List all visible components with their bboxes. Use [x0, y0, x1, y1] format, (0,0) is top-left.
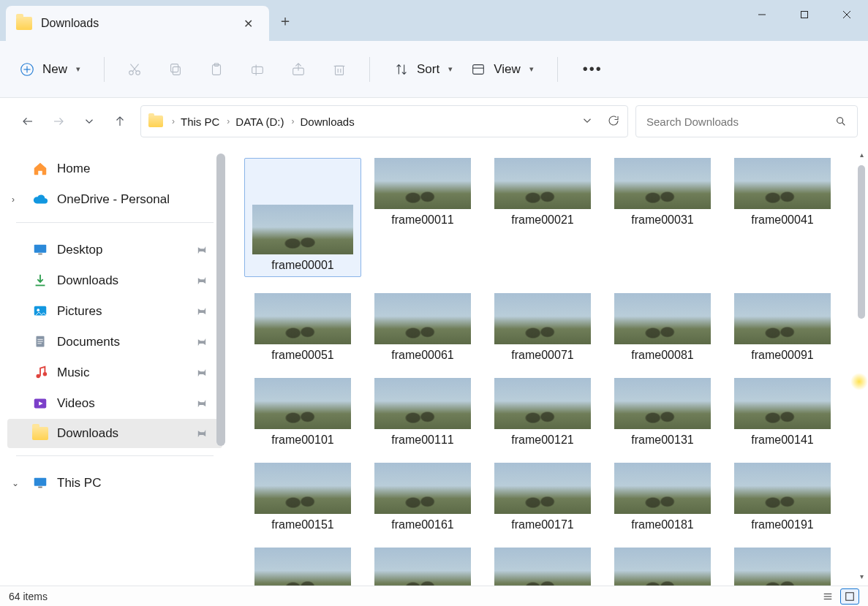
recent-locations-button[interactable]	[80, 113, 98, 130]
cloud-icon	[32, 192, 48, 208]
breadcrumb-item[interactable]: DATA (D:)›	[235, 115, 294, 128]
file-name-label: frame00141	[724, 433, 841, 447]
file-item[interactable]: frame00221	[484, 548, 601, 586]
sidebar-item-label: Music	[57, 366, 89, 380]
file-item[interactable]: frame00191	[724, 463, 841, 531]
toolbar: New ▾ Sort ▾ View ▾ •••	[0, 41, 868, 98]
view-button[interactable]: View ▾	[464, 57, 540, 82]
file-item[interactable]: frame00201	[244, 548, 361, 586]
thumbnail	[494, 463, 591, 514]
file-item[interactable]: frame00181	[604, 463, 721, 531]
sidebar-item-downloads[interactable]: Downloads	[7, 265, 222, 296]
file-list[interactable]: frame00001frame00011frame00021frame00031…	[227, 145, 868, 586]
sidebar-item-desktop[interactable]: Desktop	[7, 235, 222, 265]
file-name-label: frame00111	[364, 433, 481, 447]
file-item[interactable]: frame00141	[724, 378, 841, 447]
sidebar-item-label: Videos	[57, 396, 95, 411]
minimize-button[interactable]	[741, 0, 783, 29]
sidebar-item-documents[interactable]: Documents	[7, 327, 222, 357]
file-item[interactable]: frame00211	[364, 548, 481, 586]
share-button[interactable]	[286, 57, 311, 82]
search-box[interactable]	[635, 105, 858, 137]
breadcrumb-item[interactable]: Downloads	[300, 115, 354, 128]
sidebar-scrollbar[interactable]	[216, 154, 225, 446]
copy-button[interactable]	[163, 57, 188, 82]
new-button-label: New	[42, 62, 67, 77]
details-view-button[interactable]	[818, 588, 837, 605]
music-icon	[32, 365, 48, 381]
cut-button[interactable]	[122, 57, 147, 82]
desktop-icon	[32, 242, 48, 258]
breadcrumb-item[interactable]: This PC›	[181, 115, 230, 128]
file-item[interactable]: frame00121	[484, 378, 601, 447]
svg-rect-15	[252, 67, 263, 73]
sidebar-item-label: OneDrive - Personal	[57, 192, 170, 207]
svg-point-33	[37, 308, 39, 311]
file-item[interactable]: frame00031	[604, 158, 721, 277]
status-bar: 64 items	[0, 586, 868, 606]
expand-icon[interactable]: ›	[12, 194, 15, 205]
file-item[interactable]: frame00011	[364, 158, 481, 277]
file-item[interactable]: frame00241	[724, 548, 841, 586]
file-item[interactable]: frame00161	[364, 463, 481, 531]
thumbnail	[494, 378, 591, 429]
file-name-label: frame00091	[724, 349, 841, 362]
sidebar-item-home[interactable]: Home	[7, 154, 222, 184]
new-button[interactable]: New ▾	[13, 57, 86, 82]
new-tab-button[interactable]: ＋	[269, 4, 301, 37]
paste-button[interactable]	[204, 57, 229, 82]
breadcrumb-label: DATA (D:)	[235, 115, 284, 128]
tab-downloads[interactable]: Downloads ✕	[6, 6, 269, 41]
sidebar-item-label: Downloads	[57, 273, 118, 288]
file-item[interactable]: frame00061	[364, 293, 481, 362]
scroll-down-button[interactable]: ▾	[856, 571, 867, 581]
refresh-button[interactable]	[607, 114, 620, 129]
rename-button[interactable]	[245, 57, 270, 82]
file-item[interactable]: frame00171	[484, 463, 601, 531]
close-tab-button[interactable]: ✕	[238, 14, 259, 34]
file-item[interactable]: frame00041	[724, 158, 841, 277]
file-item[interactable]: frame00111	[364, 378, 481, 447]
thumbnail	[614, 463, 711, 514]
file-item[interactable]: frame00131	[604, 378, 721, 447]
scrollbar[interactable]: ▴ ▾	[856, 148, 867, 583]
close-window-button[interactable]	[826, 0, 868, 29]
chevron-right-icon: ›	[291, 116, 294, 126]
delete-button[interactable]	[327, 57, 352, 82]
titlebar: Downloads ✕ ＋	[0, 0, 868, 41]
file-item[interactable]: frame00151	[244, 463, 361, 531]
thumbnail	[734, 158, 831, 209]
pin-icon	[187, 238, 211, 262]
file-item[interactable]: frame00231	[604, 548, 721, 586]
documents-icon	[32, 334, 48, 350]
thumbnails-view-button[interactable]	[840, 588, 859, 605]
thumbnail	[254, 548, 351, 586]
scrollbar-thumb[interactable]	[858, 165, 865, 319]
file-item[interactable]: frame00051	[244, 293, 361, 362]
file-item[interactable]: frame00081	[604, 293, 721, 362]
file-name-label: frame00171	[484, 518, 601, 531]
file-item[interactable]: frame00101	[244, 378, 361, 447]
more-button[interactable]: •••	[575, 56, 610, 82]
file-item[interactable]: frame00001	[244, 158, 361, 277]
address-bar[interactable]: › This PC› DATA (D:)› Downloads	[140, 105, 628, 137]
scroll-up-button[interactable]: ▴	[856, 149, 867, 159]
search-input[interactable]	[646, 115, 835, 128]
maximize-button[interactable]	[783, 0, 826, 29]
forward-button[interactable]	[50, 113, 67, 130]
file-item[interactable]: frame00071	[484, 293, 601, 362]
sidebar-item-downloads[interactable]: Downloads	[7, 419, 222, 448]
back-button[interactable]	[19, 113, 37, 130]
file-name-label: frame00101	[244, 433, 361, 447]
sidebar-item-videos[interactable]: Videos	[7, 388, 222, 419]
file-item[interactable]: frame00091	[724, 293, 841, 362]
expand-icon[interactable]: ⌄	[12, 478, 19, 488]
sidebar-item-onedrive[interactable]: › OneDrive - Personal	[7, 184, 222, 215]
up-button[interactable]	[111, 113, 129, 130]
sort-button[interactable]: Sort ▾	[388, 57, 458, 82]
sidebar-item-thispc[interactable]: ⌄ This PC	[7, 468, 222, 499]
address-dropdown-button[interactable]	[581, 114, 594, 129]
sidebar-item-pictures[interactable]: Pictures	[7, 296, 222, 327]
file-item[interactable]: frame00021	[484, 158, 601, 277]
sidebar-item-music[interactable]: Music	[7, 357, 222, 388]
